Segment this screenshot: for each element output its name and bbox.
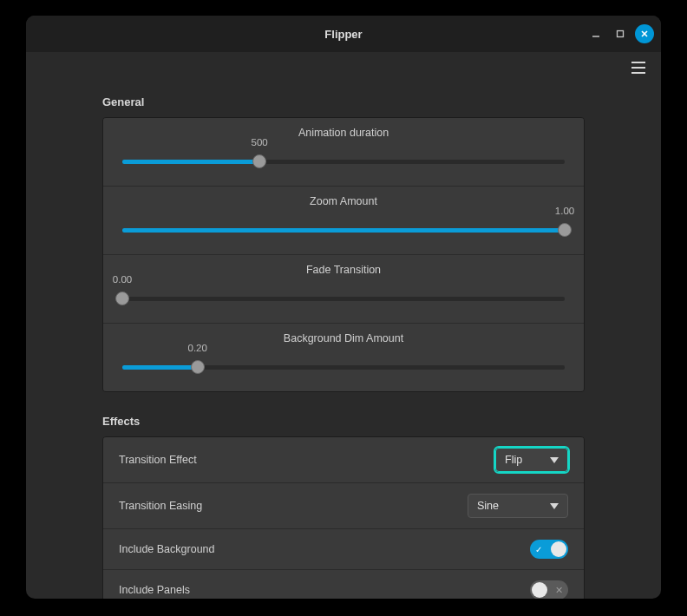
animation-duration-value: 500 <box>252 137 268 147</box>
slider-fill <box>122 365 198 370</box>
chevron-down-icon <box>550 500 559 512</box>
transition-effect-row: Transition Effect Flip <box>103 437 584 483</box>
include-background-label: Include Background <box>119 543 215 555</box>
fade-transition-slider[interactable]: 0.00 <box>122 288 565 311</box>
transition-easing-row: Transition Easing Sine <box>103 483 584 529</box>
include-background-toggle[interactable]: ✓ <box>530 540 568 559</box>
fade-transition-value: 0.00 <box>113 274 132 285</box>
transition-easing-value: Sine <box>477 500 499 512</box>
section-general-label: General <box>102 95 637 108</box>
include-background-row: Include Background ✓ <box>103 529 584 570</box>
slider-thumb[interactable] <box>115 292 129 305</box>
window-controls <box>586 16 654 52</box>
bg-dim-row: Background Dim Amount 0.20 <box>103 324 584 391</box>
general-panel: Animation duration 500 Zoom Amount 1.00 <box>102 117 585 392</box>
transition-effect-dropdown[interactable]: Flip <box>495 448 568 472</box>
toggle-knob <box>551 541 566 557</box>
content-area: General Animation duration 500 Zoom Amou… <box>26 83 661 599</box>
chevron-down-icon <box>550 454 559 466</box>
minimize-button[interactable] <box>586 24 605 43</box>
include-panels-row: Include Panels ✕ <box>103 570 584 599</box>
bg-dim-slider[interactable]: 0.20 <box>122 357 565 379</box>
zoom-amount-slider[interactable]: 1.00 <box>122 220 565 242</box>
include-panels-toggle[interactable]: ✕ <box>530 580 568 599</box>
bg-dim-value: 0.20 <box>187 343 206 353</box>
titlebar: Flipper <box>26 16 661 52</box>
app-window: Flipper General Animation duration 500 <box>26 16 661 599</box>
hamburger-menu-icon[interactable] <box>628 57 649 78</box>
svg-rect-1 <box>618 31 624 37</box>
effects-panel: Transition Effect Flip Transition Easing… <box>102 436 585 599</box>
fade-transition-row: Fade Transition 0.00 <box>103 255 584 324</box>
toggle-knob <box>532 582 547 598</box>
transition-effect-value: Flip <box>505 454 522 466</box>
zoom-amount-label: Zoom Amount <box>122 195 565 207</box>
zoom-amount-value: 1.00 <box>555 206 574 216</box>
slider-thumb[interactable] <box>558 223 572 237</box>
fade-transition-label: Fade Transition <box>122 264 565 276</box>
check-icon: ✓ <box>535 545 542 554</box>
x-icon: ✕ <box>555 585 563 596</box>
slider-thumb[interactable] <box>252 154 266 168</box>
zoom-amount-row: Zoom Amount 1.00 <box>103 187 584 255</box>
slider-fill <box>122 160 259 164</box>
transition-effect-label: Transition Effect <box>119 454 197 466</box>
animation-duration-slider[interactable]: 500 <box>122 151 565 174</box>
section-effects-label: Effects <box>102 415 637 428</box>
transition-easing-dropdown[interactable]: Sine <box>468 494 568 518</box>
slider-track <box>122 297 565 301</box>
menubar <box>26 52 661 83</box>
include-panels-label: Include Panels <box>119 584 190 596</box>
slider-thumb[interactable] <box>191 360 205 374</box>
close-button[interactable] <box>635 24 654 43</box>
svg-marker-4 <box>550 457 559 463</box>
animation-duration-row: Animation duration 500 <box>103 118 584 187</box>
slider-fill <box>122 228 565 233</box>
maximize-button[interactable] <box>611 24 630 43</box>
svg-marker-5 <box>550 503 559 509</box>
animation-duration-label: Animation duration <box>122 127 565 139</box>
transition-easing-label: Transition Easing <box>119 500 202 512</box>
window-title: Flipper <box>26 28 661 41</box>
